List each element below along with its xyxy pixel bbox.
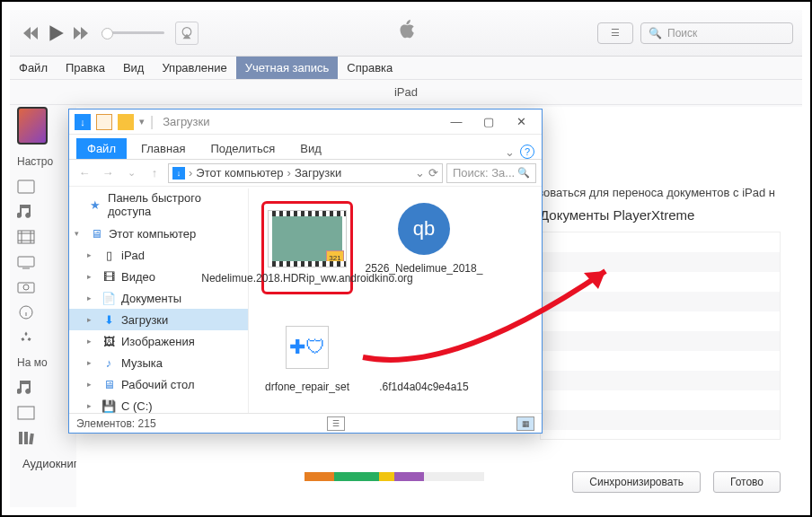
sidebar-photos-icon[interactable] <box>17 276 48 299</box>
refresh-icon[interactable]: ⟳ <box>428 166 438 180</box>
video-thumbnail-icon: 321 <box>269 211 346 267</box>
chevron-sep: | <box>150 114 154 130</box>
explorer-sidebar: ★Панель быстрого доступа ▾🖥Этот компьюте… <box>69 188 249 413</box>
menubar: Файл Правка Вид Управление Учетная запис… <box>10 57 802 80</box>
device-header: iPad <box>10 80 802 105</box>
explorer-close-icon[interactable]: ✕ <box>506 112 536 132</box>
ipad-thumbnail[interactable] <box>17 107 48 145</box>
sidebar-this-pc[interactable]: ▾🖥Этот компьютер <box>69 223 248 244</box>
sidebar-ipad[interactable]: ▸▯iPad <box>69 244 248 266</box>
file-exe[interactable]: ✚🛡 drfone_repair_set <box>261 320 353 393</box>
list-view-icon[interactable]: ☰ <box>597 22 633 44</box>
storage-bar <box>304 472 484 481</box>
address-bar: ← → ⌄ ↑ ↓ › Этот компьютер › Загрузки ⌄⟳… <box>69 160 542 187</box>
sidebar-documents[interactable]: ▸📄Документы <box>69 287 248 309</box>
sidebar-c-drive[interactable]: ▸💾C (C:) <box>69 395 248 413</box>
sidebar-books-icon[interactable] <box>17 426 48 450</box>
sidebar-summary-icon[interactable] <box>17 175 48 198</box>
sidebar-downloads[interactable]: ▸⬇Загрузки <box>69 309 248 330</box>
next-track-icon[interactable] <box>71 23 91 43</box>
menu-account[interactable]: Учетная запись <box>236 57 339 79</box>
status-count: Элементов: 215 <box>76 417 156 430</box>
tab-view[interactable]: Вид <box>289 138 332 159</box>
itunes-sidebar: Настро На мо Аудиокниги <box>10 107 73 507</box>
details-view-icon[interactable]: ☰ <box>327 416 345 431</box>
downloads-icon: ↓ <box>172 167 185 180</box>
menu-file[interactable]: Файл <box>10 57 57 79</box>
ribbon: Файл Главная Поделиться Вид ⌄? <box>69 135 542 160</box>
sidebar-audiobooks[interactable]: Аудиокниги <box>17 451 66 475</box>
volume-slider[interactable] <box>102 31 164 34</box>
explorer-minimize-icon[interactable]: — <box>441 112 472 132</box>
svg-rect-10 <box>29 434 34 444</box>
file-data[interactable]: .6f1d4a04c9e4a15 <box>378 320 470 393</box>
tab-file[interactable]: Файл <box>76 138 127 159</box>
search-placeholder: Поиск <box>667 27 697 39</box>
tab-home[interactable]: Главная <box>130 138 196 159</box>
qat-folder-icon[interactable] <box>118 114 134 130</box>
forward-icon[interactable]: → <box>98 163 118 183</box>
play-icon[interactable] <box>46 23 66 43</box>
documents-header: Документы PlayerXtreme <box>540 207 781 223</box>
address-field[interactable]: ↓ › Этот компьютер › Загрузки ⌄⟳ <box>168 163 443 183</box>
sidebar-images[interactable]: ▸🖼Изображения <box>69 330 248 352</box>
explorer-search[interactable]: Поиск: За...🔍 <box>446 163 536 183</box>
svg-rect-9 <box>24 432 28 444</box>
exe-icon: ✚🛡 <box>269 320 346 375</box>
back-icon[interactable]: ← <box>75 163 94 183</box>
menu-edit[interactable]: Правка <box>57 57 114 79</box>
sidebar-music2-icon[interactable] <box>17 376 48 399</box>
done-button[interactable]: Готово <box>713 471 781 493</box>
sidebar-music[interactable]: ▸♪Музыка <box>69 352 248 373</box>
svg-rect-3 <box>18 257 34 267</box>
sidebar-apps-icon[interactable] <box>17 326 48 349</box>
qat-props-icon[interactable] <box>96 114 112 130</box>
menu-controls[interactable]: Управление <box>153 57 235 79</box>
menu-view[interactable]: Вид <box>114 57 154 79</box>
svg-rect-2 <box>18 231 34 243</box>
up-icon[interactable]: ↑ <box>145 163 164 183</box>
search-icon: 🔍 <box>517 167 530 179</box>
info-text: зоваться для переноса документов с iPad … <box>538 186 775 199</box>
file-torrent[interactable]: qb 2526_Nedelimue_2018_ <box>378 201 470 294</box>
sync-button[interactable]: Синхронизировать <box>572 471 701 493</box>
airplay-icon[interactable] <box>175 22 199 45</box>
help-icon[interactable]: ? <box>520 145 534 159</box>
section-onmy: На мо <box>10 351 73 374</box>
sidebar-music-icon[interactable] <box>17 200 48 223</box>
icons-view-icon[interactable]: ▦ <box>516 416 534 431</box>
explorer-title: Загрузки <box>163 115 209 128</box>
tab-share[interactable]: Поделиться <box>199 138 286 159</box>
prev-track-icon[interactable] <box>21 23 40 43</box>
explorer-maximize-icon[interactable]: ▢ <box>473 112 504 132</box>
chevron-down-icon[interactable]: ⌄ <box>415 166 425 180</box>
ribbon-expand-icon[interactable]: ⌄ <box>505 145 515 159</box>
documents-list[interactable] <box>540 232 781 440</box>
file-icon <box>385 320 463 375</box>
menu-help[interactable]: Справка <box>338 57 402 79</box>
explorer-window: ↓ ▾ | Загрузки — ▢ ✕ Файл Главная Подели… <box>68 109 543 434</box>
search-input[interactable]: 🔍 Поиск <box>640 22 793 44</box>
status-bar: Элементов: 215 ☰ ▦ <box>69 413 542 433</box>
qbittorrent-icon: qb <box>385 201 463 257</box>
explorer-titlebar: ↓ ▾ | Загрузки — ▢ ✕ <box>69 110 542 135</box>
sidebar-desktop[interactable]: ▸🖥Рабочий стол <box>69 373 248 395</box>
files-area[interactable]: 321 Nedelimue.2018.HDRip_ww.androidkino.… <box>249 188 542 413</box>
svg-rect-8 <box>19 432 22 444</box>
sidebar-info-icon[interactable] <box>17 301 48 324</box>
explorer-icon: ↓ <box>75 114 91 130</box>
itunes-toolbar: ☰ 🔍 Поиск <box>10 10 802 57</box>
sidebar-tv-icon[interactable] <box>17 250 48 274</box>
sidebar-movies2-icon[interactable] <box>17 401 48 425</box>
svg-rect-1 <box>18 180 34 193</box>
svg-point-5 <box>23 285 29 290</box>
svg-rect-7 <box>18 407 34 419</box>
sidebar-quick-access[interactable]: ★Панель быстрого доступа <box>69 194 248 215</box>
qat-overflow-icon[interactable]: ▾ <box>139 116 145 127</box>
apple-logo-icon <box>396 19 416 48</box>
recent-icon[interactable]: ⌄ <box>121 163 141 183</box>
sidebar-movies-icon[interactable] <box>17 225 48 249</box>
file-video[interactable]: 321 Nedelimue.2018.HDRip_ww.androidkino.… <box>261 201 353 294</box>
section-settings: Настро <box>10 150 73 173</box>
search-icon: 🔍 <box>649 27 662 39</box>
